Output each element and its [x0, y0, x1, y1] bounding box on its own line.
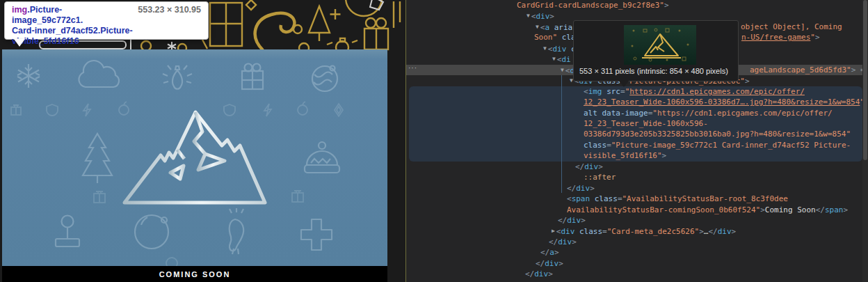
mini-gift-icon	[94, 191, 105, 203]
snowflake-icon	[17, 64, 40, 88]
code-line[interactable]: 12_23_Teaser_Wide-1060x596-	[584, 118, 708, 129]
bauble-icon	[312, 66, 337, 92]
pine-tree-icon	[83, 134, 112, 183]
mini-gift-icon	[11, 105, 21, 115]
lightning-icon	[83, 104, 90, 116]
dpad-icon	[301, 219, 332, 250]
code-line[interactable]: class="Picture-image_59c772c1 Card-inner…	[584, 140, 851, 150]
code-line[interactable]: visible_5fd16f16">	[584, 150, 666, 161]
code-line[interactable]: <span class="AvailabilityStatusBar-root_…	[567, 194, 788, 204]
devtools-scrollbar[interactable]	[862, 0, 868, 282]
code-line[interactable]: Soon" cla	[534, 32, 576, 42]
code-line[interactable]: </div>	[558, 215, 586, 226]
code-line[interactable]: </div>	[549, 237, 577, 247]
code-line[interactable]: ageLandscape_5d6d5fd3"> ==	[750, 65, 868, 75]
image-preview-tooltip: 553 × 311 pixels (intrinsic: 854 × 480 p…	[573, 20, 739, 81]
code-line[interactable]: alt data-image="https://cdn1.epicgames.c…	[584, 108, 833, 118]
holiday-light-icon	[163, 65, 192, 89]
inspect-tooltip: img.Picture-image_59c772c1. 553.23 × 310…	[4, 1, 209, 40]
availability-status-bar: COMING SOON	[2, 266, 387, 282]
code-line[interactable]: </div>	[525, 269, 553, 279]
page-preview: COMING SOON img.Picture-image_59c772c1. …	[0, 0, 405, 282]
circle-icon	[294, 25, 302, 33]
code-line[interactable]: ▼<di	[552, 54, 571, 64]
fruit-icon	[119, 102, 129, 115]
diamond-icon	[335, 104, 343, 116]
image-preview-caption: 553 × 311 pixels (intrinsic: 854 × 480 p…	[579, 67, 737, 75]
code-line[interactable]: </div>	[536, 258, 563, 269]
ornament-icon	[346, 0, 382, 16]
image-preview-thumbnail	[624, 25, 696, 65]
code-line[interactable]: 12_23_Teaser_Wide-1060x596-03386d7….jpg?…	[584, 97, 865, 107]
shield-icon	[47, 104, 58, 116]
inspect-tooltip-pointer	[14, 39, 25, 47]
element-dimensions: 553.23 × 310.95	[138, 5, 201, 26]
coming-soon-label: COMING SOON	[159, 270, 231, 279]
devtools-divider[interactable]	[405, 0, 406, 282]
beanie-icon	[305, 142, 339, 173]
ornament-ball-icon	[135, 215, 168, 249]
selector-text-line3: visible_5fd16f16	[12, 36, 201, 47]
code-line[interactable]: ▼<a aria-	[536, 22, 577, 32]
code-line[interactable]: ▶<div class="Card-meta_de2c5626">…</div>	[552, 226, 736, 236]
shield-icon	[224, 104, 235, 116]
code-line[interactable]: 03386d793d3e205b3325825bb3016ba0.jpg?h=4…	[584, 129, 851, 139]
code-line[interactable]: </div>	[575, 162, 603, 172]
turkey-leg-icon	[230, 208, 243, 254]
code-line[interactable]: </div>	[567, 183, 595, 194]
gift-icon	[242, 64, 263, 90]
lightning-icon	[264, 104, 271, 116]
selector-text-line2: Card-inner_d74acf52.Picture-	[12, 26, 201, 36]
devtools-scrollbar-thumb[interactable]	[863, 0, 867, 160]
image-preview-notch	[619, 81, 629, 87]
code-line[interactable]: AvailabilityStatusBar-comingSoon_0b60f52…	[567, 205, 848, 215]
devtools-elements-panel: ··· CardGrid-cardLandscape_b9c2f8e3">▼<d…	[406, 0, 868, 282]
plus-icon	[330, 9, 341, 19]
cloud-icon	[79, 61, 119, 87]
joystick-icon	[56, 216, 79, 247]
mountain-logo	[121, 112, 268, 207]
diamond-icon	[246, 0, 256, 10]
tentacle-icon	[255, 13, 295, 50]
code-line[interactable]: n-US/free-games">	[741, 32, 820, 42]
code-line[interactable]: <img src="https://cdn1.epicgames.com/epi…	[584, 86, 805, 97]
ornament-icon	[166, 258, 177, 266]
code-line[interactable]: </a>	[540, 247, 559, 258]
fruit-icon	[298, 102, 307, 115]
code-line[interactable]: ▼<div>	[527, 10, 554, 21]
code-line[interactable]: object Object], Coming	[741, 22, 842, 32]
teaser-image[interactable]	[2, 49, 387, 266]
mini-gift-icon	[292, 191, 303, 202]
code-line[interactable]: ::after	[584, 172, 616, 182]
code-line[interactable]: ▼<div c	[543, 43, 576, 54]
code-line[interactable]: CardGrid-cardLandscape_b9c2f8e3">	[517, 0, 669, 10]
selector-text: img.Picture-image_59c772c1.	[12, 5, 132, 26]
tree-icon	[309, 6, 330, 33]
